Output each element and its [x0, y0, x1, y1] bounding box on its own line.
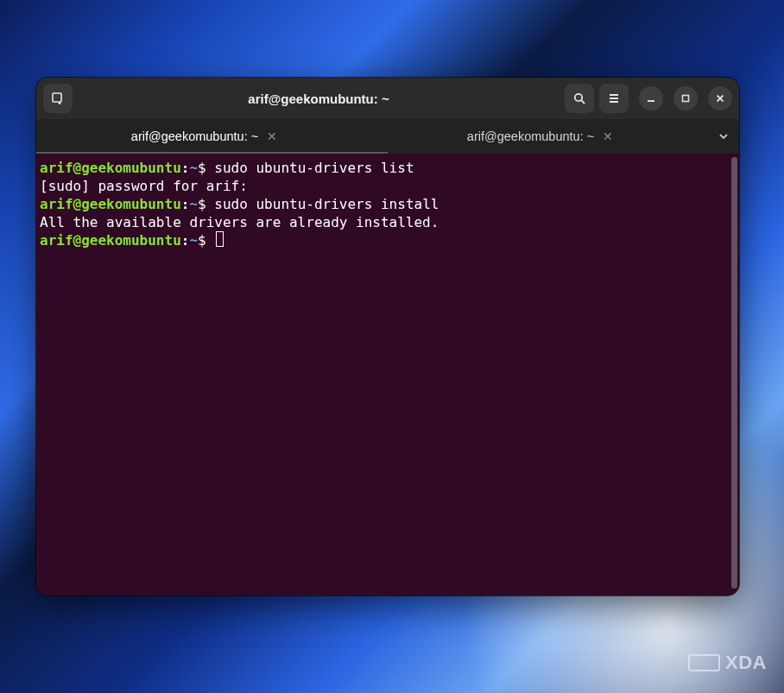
new-tab-button[interactable] [43, 84, 73, 113]
command-2: sudo ubuntu-drivers install [206, 196, 439, 212]
tab-1[interactable]: arif@geekomubuntu: ~ ✕ [36, 119, 372, 154]
command-1: sudo ubuntu-drivers list [206, 160, 414, 176]
tab-label: arif@geekomubuntu: ~ [467, 129, 594, 143]
terminal-viewport[interactable]: arif@geekomubuntu:~$ sudo ubuntu-drivers… [36, 154, 739, 595]
prompt-colon: : [181, 160, 190, 176]
prompt-path: ~ [189, 196, 198, 212]
tab-bar: arif@geekomubuntu: ~ ✕ arif@geekomubuntu… [36, 119, 739, 154]
output-line: [sudo] password for arif: [40, 178, 256, 194]
maximize-button[interactable] [673, 86, 698, 110]
tab-label: arif@geekomubuntu: ~ [131, 129, 258, 143]
prompt-colon: : [181, 232, 190, 249]
hamburger-menu-button[interactable] [599, 84, 629, 113]
prompt-path: ~ [189, 160, 198, 176]
tab-dropdown-button[interactable] [708, 119, 739, 154]
svg-rect-0 [53, 93, 61, 102]
svg-point-3 [575, 94, 582, 101]
terminal-content: arif@geekomubuntu:~$ sudo ubuntu-drivers… [40, 159, 734, 249]
scrollbar[interactable] [731, 157, 737, 589]
prompt-user: arif@geekomubuntu [40, 196, 181, 212]
cursor [216, 231, 224, 247]
svg-line-4 [581, 100, 585, 104]
output-line: All the available drivers are already in… [40, 214, 439, 230]
tab-2[interactable]: arif@geekomubuntu: ~ ✕ [372, 119, 708, 154]
prompt-symbol: $ [198, 196, 206, 212]
window-title: arif@geekomubuntu: ~ [248, 91, 389, 106]
search-button[interactable] [565, 84, 594, 113]
prompt-path: ~ [189, 232, 198, 249]
close-button[interactable] [708, 86, 732, 110]
prompt-colon: : [181, 196, 190, 212]
minimize-button[interactable] [639, 86, 663, 110]
prompt-user: arif@geekomubuntu [40, 160, 181, 176]
close-icon[interactable]: ✕ [603, 129, 613, 143]
prompt-user: arif@geekomubuntu [40, 232, 181, 249]
watermark: XDA [688, 652, 767, 674]
watermark-icon [703, 654, 720, 671]
titlebar: arif@geekomubuntu: ~ [36, 78, 739, 119]
prompt-symbol: $ [198, 232, 206, 249]
svg-rect-9 [683, 96, 689, 102]
terminal-window: arif@geekomubuntu: ~ arif@geekomubuntu: … [36, 78, 739, 595]
close-icon[interactable]: ✕ [267, 129, 277, 143]
watermark-text: XDA [725, 652, 767, 674]
prompt-symbol: $ [198, 160, 206, 176]
